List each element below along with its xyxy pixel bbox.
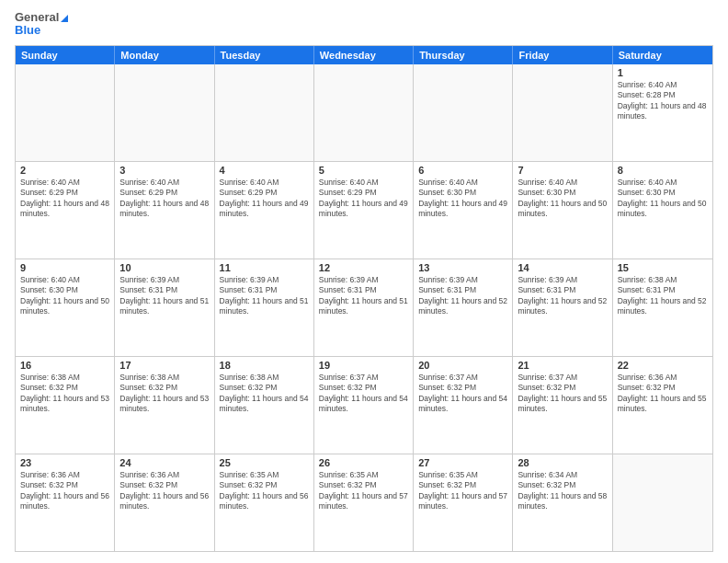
calendar-cell: 22Sunrise: 6:36 AM Sunset: 6:32 PM Dayli…: [613, 357, 712, 454]
cell-info: Sunrise: 6:35 AM Sunset: 6:32 PM Dayligh…: [319, 470, 408, 512]
cell-info: Sunrise: 6:38 AM Sunset: 6:32 PM Dayligh…: [20, 373, 109, 415]
cell-info: Sunrise: 6:39 AM Sunset: 6:31 PM Dayligh…: [319, 275, 408, 317]
cell-info: Sunrise: 6:39 AM Sunset: 6:31 PM Dayligh…: [220, 275, 309, 317]
logo-general: General: [15, 11, 68, 24]
header: General Blue: [15, 11, 713, 38]
day-number: 17: [119, 360, 209, 371]
calendar-cell: 21Sunrise: 6:37 AM Sunset: 6:32 PM Dayli…: [513, 357, 612, 454]
calendar-cell: 24Sunrise: 6:36 AM Sunset: 6:32 PM Dayli…: [115, 454, 214, 551]
calendar-cell: 14Sunrise: 6:39 AM Sunset: 6:31 PM Dayli…: [513, 259, 612, 356]
calendar-cell: [513, 64, 612, 161]
day-number: 15: [618, 262, 708, 273]
calendar-cell: 18Sunrise: 6:38 AM Sunset: 6:32 PM Dayli…: [215, 357, 314, 454]
cell-info: Sunrise: 6:37 AM Sunset: 6:32 PM Dayligh…: [518, 373, 607, 415]
cell-info: Sunrise: 6:35 AM Sunset: 6:32 PM Dayligh…: [220, 470, 309, 512]
calendar-cell: 16Sunrise: 6:38 AM Sunset: 6:32 PM Dayli…: [16, 357, 115, 454]
cell-info: Sunrise: 6:40 AM Sunset: 6:29 PM Dayligh…: [119, 178, 209, 220]
calendar-cell: 7Sunrise: 6:40 AM Sunset: 6:30 PM Daylig…: [513, 162, 612, 259]
calendar-cell: 12Sunrise: 6:39 AM Sunset: 6:31 PM Dayli…: [314, 259, 414, 356]
cell-info: Sunrise: 6:36 AM Sunset: 6:32 PM Dayligh…: [119, 470, 209, 512]
calendar-cell: [414, 64, 513, 161]
day-number: 6: [418, 165, 507, 176]
day-of-week-tuesday: Tuesday: [215, 46, 314, 64]
calendar-cell: [215, 64, 314, 161]
cell-info: Sunrise: 6:38 AM Sunset: 6:32 PM Dayligh…: [119, 373, 209, 415]
calendar-cell: 27Sunrise: 6:35 AM Sunset: 6:32 PM Dayli…: [414, 454, 513, 551]
calendar-cell: [613, 454, 712, 551]
calendar-week-1: 1Sunrise: 6:40 AM Sunset: 6:28 PM Daylig…: [16, 64, 712, 162]
cell-info: Sunrise: 6:38 AM Sunset: 6:31 PM Dayligh…: [618, 275, 708, 317]
cell-info: Sunrise: 6:39 AM Sunset: 6:31 PM Dayligh…: [119, 275, 209, 317]
calendar-week-2: 2Sunrise: 6:40 AM Sunset: 6:29 PM Daylig…: [16, 162, 712, 259]
cell-info: Sunrise: 6:38 AM Sunset: 6:32 PM Dayligh…: [220, 373, 309, 415]
calendar-body: 1Sunrise: 6:40 AM Sunset: 6:28 PM Daylig…: [16, 64, 712, 551]
calendar-week-3: 9Sunrise: 6:40 AM Sunset: 6:30 PM Daylig…: [16, 259, 712, 357]
day-number: 12: [319, 262, 408, 273]
calendar-cell: 10Sunrise: 6:39 AM Sunset: 6:31 PM Dayli…: [115, 259, 214, 356]
calendar-cell: [115, 64, 214, 161]
calendar-cell: [16, 64, 115, 161]
day-number: 5: [319, 165, 408, 176]
cell-info: Sunrise: 6:40 AM Sunset: 6:30 PM Dayligh…: [618, 178, 708, 220]
calendar-cell: 13Sunrise: 6:39 AM Sunset: 6:31 PM Dayli…: [414, 259, 513, 356]
cell-info: Sunrise: 6:39 AM Sunset: 6:31 PM Dayligh…: [518, 275, 607, 317]
cell-info: Sunrise: 6:40 AM Sunset: 6:30 PM Dayligh…: [518, 178, 607, 220]
day-number: 18: [220, 360, 309, 371]
day-number: 16: [20, 360, 109, 371]
day-number: 9: [20, 262, 109, 273]
day-of-week-saturday: Saturday: [613, 46, 712, 64]
day-number: 20: [418, 360, 507, 371]
calendar-cell: 20Sunrise: 6:37 AM Sunset: 6:32 PM Dayli…: [414, 357, 513, 454]
cell-info: Sunrise: 6:36 AM Sunset: 6:32 PM Dayligh…: [618, 373, 708, 415]
cell-info: Sunrise: 6:40 AM Sunset: 6:28 PM Dayligh…: [618, 80, 708, 122]
calendar-cell: 23Sunrise: 6:36 AM Sunset: 6:32 PM Dayli…: [16, 454, 115, 551]
calendar-cell: 9Sunrise: 6:40 AM Sunset: 6:30 PM Daylig…: [16, 259, 115, 356]
day-number: 13: [418, 262, 507, 273]
calendar-cell: 25Sunrise: 6:35 AM Sunset: 6:32 PM Dayli…: [215, 454, 314, 551]
day-number: 10: [119, 262, 209, 273]
day-number: 14: [518, 262, 607, 273]
day-of-week-friday: Friday: [513, 46, 612, 64]
calendar-cell: 8Sunrise: 6:40 AM Sunset: 6:30 PM Daylig…: [613, 162, 712, 259]
day-number: 3: [119, 165, 209, 176]
cell-info: Sunrise: 6:40 AM Sunset: 6:30 PM Dayligh…: [20, 275, 109, 317]
day-number: 26: [319, 457, 408, 468]
cell-info: Sunrise: 6:34 AM Sunset: 6:32 PM Dayligh…: [518, 470, 607, 512]
page: General Blue SundayMondayTuesdayWednesda…: [0, 0, 728, 563]
day-of-week-thursday: Thursday: [414, 46, 513, 64]
day-number: 22: [618, 360, 708, 371]
cell-info: Sunrise: 6:40 AM Sunset: 6:29 PM Dayligh…: [220, 178, 309, 220]
calendar-cell: [314, 64, 414, 161]
calendar-cell: 5Sunrise: 6:40 AM Sunset: 6:29 PM Daylig…: [314, 162, 414, 259]
calendar-cell: 28Sunrise: 6:34 AM Sunset: 6:32 PM Dayli…: [513, 454, 612, 551]
cell-info: Sunrise: 6:37 AM Sunset: 6:32 PM Dayligh…: [418, 373, 507, 415]
calendar-cell: 3Sunrise: 6:40 AM Sunset: 6:29 PM Daylig…: [115, 162, 214, 259]
day-number: 21: [518, 360, 607, 371]
calendar-cell: 11Sunrise: 6:39 AM Sunset: 6:31 PM Dayli…: [215, 259, 314, 356]
cell-info: Sunrise: 6:36 AM Sunset: 6:32 PM Dayligh…: [20, 470, 109, 512]
day-number: 7: [518, 165, 607, 176]
cell-info: Sunrise: 6:40 AM Sunset: 6:29 PM Dayligh…: [20, 178, 109, 220]
calendar-cell: 19Sunrise: 6:37 AM Sunset: 6:32 PM Dayli…: [314, 357, 414, 454]
day-number: 27: [418, 457, 507, 468]
day-number: 11: [220, 262, 309, 273]
logo: General Blue: [15, 11, 68, 38]
calendar-cell: 4Sunrise: 6:40 AM Sunset: 6:29 PM Daylig…: [215, 162, 314, 259]
calendar: SundayMondayTuesdayWednesdayThursdayFrid…: [15, 45, 713, 552]
cell-info: Sunrise: 6:39 AM Sunset: 6:31 PM Dayligh…: [418, 275, 507, 317]
cell-info: Sunrise: 6:35 AM Sunset: 6:32 PM Dayligh…: [418, 470, 507, 512]
cell-info: Sunrise: 6:40 AM Sunset: 6:29 PM Dayligh…: [319, 178, 408, 220]
calendar-cell: 26Sunrise: 6:35 AM Sunset: 6:32 PM Dayli…: [314, 454, 414, 551]
day-number: 2: [20, 165, 109, 176]
calendar-cell: 17Sunrise: 6:38 AM Sunset: 6:32 PM Dayli…: [115, 357, 214, 454]
calendar-cell: 1Sunrise: 6:40 AM Sunset: 6:28 PM Daylig…: [613, 64, 712, 161]
day-number: 19: [319, 360, 408, 371]
day-of-week-monday: Monday: [115, 46, 214, 64]
day-number: 1: [618, 67, 708, 78]
calendar-cell: 6Sunrise: 6:40 AM Sunset: 6:30 PM Daylig…: [414, 162, 513, 259]
cell-info: Sunrise: 6:37 AM Sunset: 6:32 PM Dayligh…: [319, 373, 408, 415]
day-number: 4: [220, 165, 309, 176]
calendar-week-5: 23Sunrise: 6:36 AM Sunset: 6:32 PM Dayli…: [16, 454, 712, 551]
day-number: 8: [618, 165, 708, 176]
calendar-cell: 15Sunrise: 6:38 AM Sunset: 6:31 PM Dayli…: [613, 259, 712, 356]
